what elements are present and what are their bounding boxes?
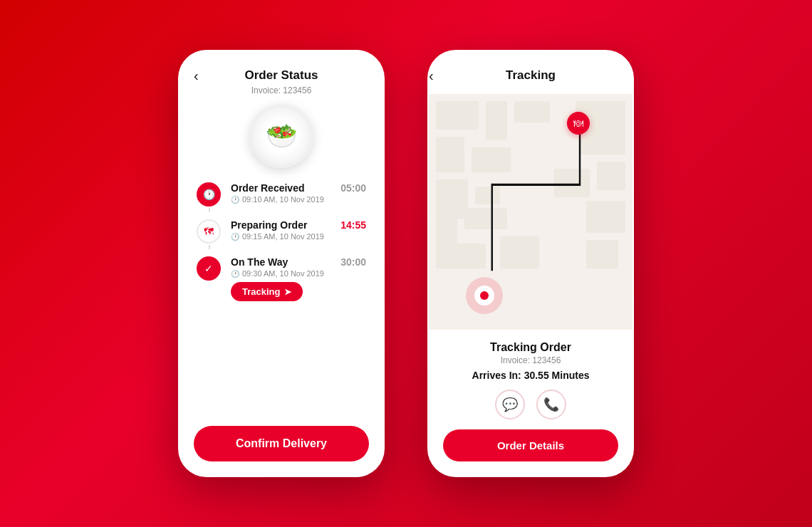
tracking-header: ‹ Tracking [429,51,633,94]
timeline-item-order-received: 🕐 Order Received 🕐 09:10 AM, 10 Nov 2019… [197,182,366,208]
arrives-value: 30.55 Minutes [524,370,590,381]
preparing-content: Preparing Order 🕐 09:15 AM, 10 Nov 2019 … [231,219,366,245]
phone-button[interactable]: 📞 [536,390,566,419]
confirm-delivery-button[interactable]: Confirm Delivery [194,426,369,461]
tracking-bottom-panel: Tracking Order Invoice: 123456 Arrives I… [429,330,633,476]
preparing-details: Preparing Order 🕐 09:15 AM, 10 Nov 2019 [231,219,340,245]
tracking-phone: ‹ Tracking [427,50,634,477]
tracking-invoice: Invoice: 123456 [443,355,618,365]
chat-button[interactable]: 💬 [495,390,525,419]
chat-icon: 💬 [502,397,518,412]
tracking-page-title: Tracking [506,68,556,83]
preparing-duration: 14:55 [340,219,366,231]
preparing-icon: 🗺 [197,219,221,244]
on-the-way-label: On The Way [231,256,340,268]
timeline-item-on-the-way: ✓ On The Way 🕐 09:30 AM, 10 Nov 2019 Tra… [197,256,366,301]
on-the-way-time: 🕐 09:30 AM, 10 Nov 2019 [231,269,340,278]
tracking-button-label: Tracking [242,286,280,297]
preparing-datetime: 09:15 AM, 10 Nov 2019 [242,232,324,241]
phone-icon: 📞 [543,397,559,412]
food-image [249,104,313,168]
tracking-order-title: Tracking Order [443,341,618,354]
order-status-header: ‹ Order Status [194,68,369,83]
tracking-arrives: Arrives In: 30.55 Minutes [443,370,618,381]
order-received-details: Order Received 🕐 09:10 AM, 10 Nov 2019 [231,182,340,208]
location-dot [480,291,489,300]
order-status-phone: ‹ Order Status Invoice: 123456 🕐 Order R… [178,50,385,477]
tracking-button[interactable]: Tracking ➤ [231,282,303,301]
location-inner [474,286,494,306]
tracking-action-buttons: 💬 📞 [443,390,618,419]
order-received-datetime: 09:10 AM, 10 Nov 2019 [242,195,324,204]
location-marker [472,283,497,308]
on-the-way-duration: 30:00 [340,256,366,268]
order-received-time: 🕐 09:10 AM, 10 Nov 2019 [231,195,340,204]
on-the-way-datetime: 09:30 AM, 10 Nov 2019 [242,269,324,278]
order-details-button[interactable]: Order Details [443,429,618,461]
order-timeline: 🕐 Order Received 🕐 09:10 AM, 10 Nov 2019… [194,182,369,417]
back-button[interactable]: ‹ [194,68,199,84]
invoice-subtitle: Invoice: 123456 [194,85,369,95]
timeline-item-preparing: 🗺 Preparing Order 🕐 09:15 AM, 10 Nov 201… [197,219,366,245]
map-container: 🍽 [429,94,633,330]
clock-icon-1: 🕐 [231,196,239,204]
restaurant-marker-icon: 🍽 [573,118,583,129]
restaurant-marker: 🍽 [567,112,590,135]
map-route-svg [429,94,633,330]
on-the-way-content: On The Way 🕐 09:30 AM, 10 Nov 2019 Track… [231,256,366,301]
order-received-icon: 🕐 [197,182,221,207]
order-received-label: Order Received [231,182,340,194]
tracking-arrow-icon: ➤ [284,287,291,297]
preparing-time: 🕐 09:15 AM, 10 Nov 2019 [231,232,340,241]
page-title: Order Status [245,68,318,83]
order-received-content: Order Received 🕐 09:10 AM, 10 Nov 2019 0… [231,182,366,208]
arrives-label: Arrives In: [472,370,521,381]
clock-icon-2: 🕐 [231,233,239,241]
on-the-way-icon: ✓ [197,256,221,281]
order-received-duration: 05:00 [340,182,366,194]
clock-icon-3: 🕐 [231,270,239,278]
on-the-way-details: On The Way 🕐 09:30 AM, 10 Nov 2019 Track… [231,256,340,301]
food-plate [253,108,310,165]
preparing-label: Preparing Order [231,219,340,231]
food-image-container [194,104,369,168]
tracking-back-button[interactable]: ‹ [429,68,434,84]
